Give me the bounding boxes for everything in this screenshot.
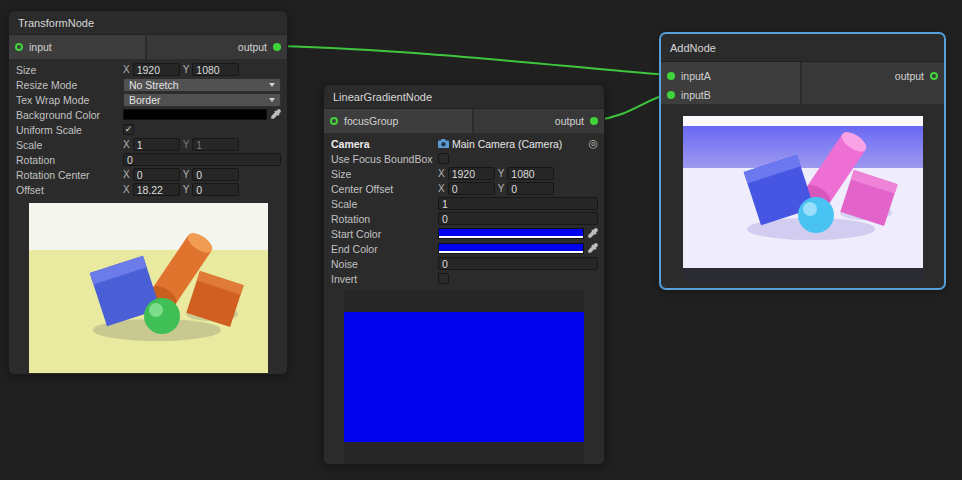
focusgroup-port-icon[interactable] [330,117,338,125]
gradient-preview-image [344,290,584,464]
output-port-icon[interactable] [273,43,281,51]
camera-value: Main Camera (Camera) [452,138,562,150]
tex-wrap-mode-value: Border [129,94,161,106]
resize-mode-label: Resize Mode [16,79,123,91]
focusgroup-port-label: focusGroup [344,115,398,127]
rotation-center-x-input[interactable] [133,168,180,181]
output-port-row[interactable]: output [895,66,938,85]
end-color-label: End Color [331,243,438,255]
rotation-input[interactable] [123,153,281,166]
alpha-strip [439,251,583,254]
size-row: Size X Y [9,62,287,77]
gradient-blue-fill [344,312,584,442]
transform-node[interactable]: TransformNode input output Size X Y Resi… [8,10,288,375]
output-port-row[interactable]: output [147,35,287,59]
offset-x-input[interactable] [133,183,180,196]
size-x-input[interactable] [133,63,180,76]
scale-input[interactable] [438,197,598,210]
output-port-label: output [555,115,584,127]
background-color-row: Background Color [9,107,287,122]
size-x-input[interactable] [448,167,495,180]
center-offset-x-input[interactable] [448,182,495,195]
y-axis-label: Y [183,64,190,75]
output-port-box: output [802,62,944,104]
object-picker-icon[interactable]: ◎ [588,138,598,149]
x-axis-label: X [123,169,130,180]
y-axis-label: Y [183,169,190,180]
scale-x-input[interactable] [133,138,180,151]
rotation-center-y-input[interactable] [192,168,239,181]
noise-row: Noise [324,256,604,271]
output-port-label: output [895,70,924,82]
inputa-port-label: inputA [681,70,711,82]
start-color-label: Start Color [331,228,438,240]
inputb-port-label: inputB [681,89,711,101]
rotation-label: Rotation [331,213,438,225]
scale-row: Scale X Y [9,137,287,152]
edge-transform-output-to-addnode-inputa[interactable] [279,46,668,75]
output-port-row[interactable]: output [474,109,604,133]
focusgroup-port-row[interactable]: focusGroup [324,109,472,133]
resize-mode-value: No Stretch [129,79,179,91]
input-port-icon[interactable] [15,43,23,51]
size-label: Size [331,168,438,180]
start-color-swatch[interactable] [438,228,584,239]
output-port-icon[interactable] [930,72,938,80]
scale-label: Scale [331,198,438,210]
inputb-port-row[interactable]: inputB [667,85,794,104]
rotation-row: Rotation [9,152,287,167]
eyedropper-icon[interactable] [587,243,598,254]
background-color-swatch[interactable] [123,109,267,120]
linear-gradient-node[interactable]: LinearGradientNode focusGroup output Cam… [323,84,605,465]
center-offset-row: Center Offset X Y [324,181,604,196]
noise-input[interactable] [438,257,598,270]
y-axis-label: Y [183,139,190,150]
center-offset-label: Center Offset [331,183,438,195]
background-color-label: Background Color [16,109,123,121]
start-color-row: Start Color [324,226,604,241]
eyedropper-icon[interactable] [587,228,598,239]
use-focus-boundbox-checkbox[interactable] [438,153,449,164]
use-focus-boundbox-label: Use Focus BoundBox [331,153,438,165]
chevron-down-icon [269,98,275,102]
size-y-input[interactable] [507,167,554,180]
camera-object-field[interactable]: Main Camera (Camera) ◎ [438,138,598,150]
port-strip: inputA inputB output [661,62,944,104]
eyedropper-icon[interactable] [270,109,281,120]
end-color-swatch[interactable] [438,243,584,254]
rotation-label: Rotation [16,154,123,166]
inputa-port-icon[interactable] [667,72,675,80]
property-rows: Camera Main Camera (Camera) ◎ Use Focus … [324,133,604,286]
add-node[interactable]: AddNode inputA inputB output [660,33,945,289]
inputb-port-icon[interactable] [667,91,675,99]
center-offset-y-input[interactable] [507,182,554,195]
offset-y-input[interactable] [192,183,239,196]
input-ports-box: inputA inputB [661,62,800,104]
rotation-center-label: Rotation Center [16,169,123,181]
uniform-scale-checkbox[interactable]: ✓ [123,124,134,135]
offset-row: Offset X Y [9,182,287,197]
tex-wrap-mode-dropdown[interactable]: Border [123,93,281,107]
noise-label: Noise [331,258,438,270]
x-axis-label: X [123,139,130,150]
checkmark-icon: ✓ [125,125,133,134]
port-strip: input output [9,35,287,59]
uniform-scale-label: Uniform Scale [16,124,123,136]
output-port-icon[interactable] [590,117,598,125]
edge-lineargradient-output-to-addnode-inputb[interactable] [596,94,668,120]
use-focus-boundbox-row: Use Focus BoundBox [324,151,604,166]
transform-preview-image [29,203,268,373]
rotation-input[interactable] [438,212,598,225]
scale-y-input[interactable] [192,138,239,151]
camera-icon [438,139,449,148]
x-axis-label: X [123,184,130,195]
resize-mode-dropdown[interactable]: No Stretch [123,78,281,92]
x-axis-label: X [438,168,445,179]
rotation-row: Rotation [324,211,604,226]
size-y-input[interactable] [192,63,239,76]
inputa-port-row[interactable]: inputA [667,66,794,85]
invert-checkbox[interactable] [438,273,449,284]
property-rows: Size X Y Resize Mode No Stretch Tex Wrap… [9,59,287,197]
input-port-row[interactable]: input [9,35,145,59]
x-axis-label: X [123,64,130,75]
